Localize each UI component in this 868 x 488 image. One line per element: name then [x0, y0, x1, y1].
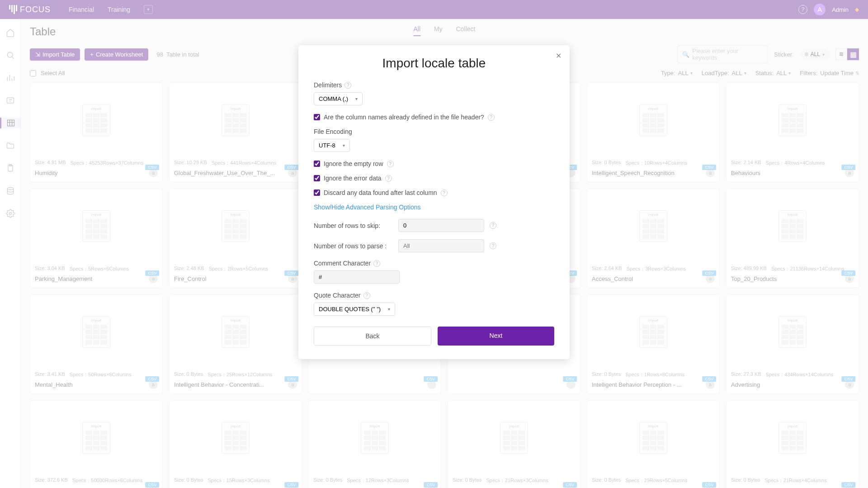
help-icon[interactable]: ?	[373, 260, 380, 267]
ignore-error-checkbox[interactable]	[314, 175, 320, 181]
delimiters-group: Delimiters ? COMMA (,)▾	[314, 81, 554, 105]
parse-label: Number of rows to parse :	[314, 242, 393, 250]
help-icon[interactable]: ?	[387, 161, 394, 167]
header-checkbox[interactable]	[314, 114, 320, 120]
delimiters-label: Delimiters ?	[314, 81, 554, 89]
delimiters-select[interactable]: COMMA (,)▾	[314, 92, 363, 105]
chevron-down-icon: ▾	[343, 143, 345, 148]
help-icon[interactable]: ?	[490, 222, 496, 229]
quote-select[interactable]: DOUBLE QUOTES (" ")▾	[314, 303, 395, 316]
next-button[interactable]: Next	[438, 327, 554, 346]
comment-group: Comment Character ?	[314, 260, 554, 284]
help-icon[interactable]: ?	[490, 242, 496, 249]
advanced-toggle[interactable]: Show/Hide Advanced Parsing Options	[314, 204, 554, 211]
comment-input[interactable]	[314, 270, 400, 284]
skip-row: Number of rows to skip: ?	[314, 219, 554, 232]
discard-label: Discard any data found after last column	[324, 189, 437, 196]
encoding-group: File Encoding UTF-8▾	[314, 128, 554, 152]
chevron-down-icon: ▾	[388, 307, 390, 312]
quote-group: Quote Character ? DOUBLE QUOTES (" ")▾	[314, 292, 554, 316]
ignore-empty-row: Ignore the empty row ?	[314, 160, 554, 167]
help-icon[interactable]: ?	[363, 292, 370, 299]
modal-overlay: ✕ Import locale table Delimiters ? COMMA…	[0, 0, 868, 488]
parse-row: Number of rows to parse : ?	[314, 239, 554, 252]
import-modal: ✕ Import locale table Delimiters ? COMMA…	[298, 45, 570, 359]
header-label: Are the column names already defined in …	[324, 114, 484, 121]
modal-title: Import locale table	[314, 56, 554, 71]
comment-label: Comment Character ?	[314, 260, 554, 267]
ignore-error-label: Ignore the error data	[324, 175, 382, 182]
help-icon[interactable]: ?	[441, 190, 448, 196]
close-icon[interactable]: ✕	[556, 52, 561, 60]
help-icon[interactable]: ?	[385, 175, 392, 182]
discard-checkbox[interactable]	[314, 190, 320, 196]
ignore-empty-label: Ignore the empty row	[324, 160, 383, 167]
quote-label: Quote Character ?	[314, 292, 554, 299]
help-icon[interactable]: ?	[488, 114, 495, 121]
modal-actions: Back Next	[314, 327, 554, 346]
discard-row: Discard any data found after last column…	[314, 189, 554, 196]
encoding-label: File Encoding	[314, 128, 554, 135]
parse-input[interactable]	[398, 239, 484, 252]
skip-label: Number of rows to skip:	[314, 222, 393, 229]
skip-input[interactable]	[398, 219, 484, 232]
back-button[interactable]: Back	[314, 327, 431, 346]
ignore-error-row: Ignore the error data ?	[314, 175, 554, 182]
help-icon[interactable]: ?	[344, 82, 351, 89]
ignore-empty-checkbox[interactable]	[314, 161, 320, 167]
chevron-down-icon: ▾	[355, 96, 358, 101]
header-checkbox-row: Are the column names already defined in …	[314, 114, 554, 121]
encoding-select[interactable]: UTF-8▾	[314, 139, 350, 152]
